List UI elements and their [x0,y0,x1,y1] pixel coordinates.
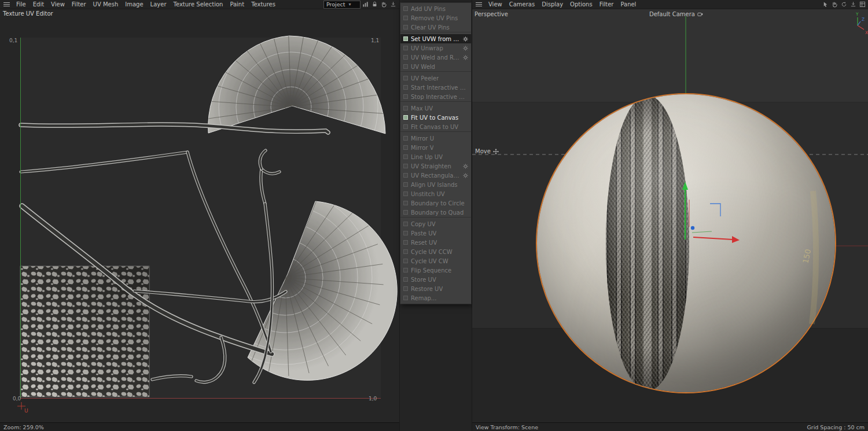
grid-spacing-status: Grid Spacing : 50 cm [807,424,865,430]
menu-item-label: Mirror V [411,145,433,151]
menu-item[interactable]: Clear UV Pins [400,23,471,32]
menu-item[interactable]: UV Peeler [400,73,471,83]
menu-item-label: Line Up UV [411,154,443,160]
menu-item-label: Paste UV [411,230,436,237]
download-icon[interactable] [849,1,857,9]
menu-item[interactable]: Store UV [400,275,471,284]
menu-item-icon [403,222,408,226]
menu-item-icon [403,268,408,272]
menu-item[interactable]: UV Rectangularize [400,171,471,180]
menu-item[interactable]: UV Unwrap [400,43,471,53]
menu-item[interactable]: Add UV Pins [400,4,471,13]
menu-item-label: UV Weld [411,64,435,70]
gear-icon[interactable] [463,46,468,51]
viewport-scene[interactable]: 150 Y Z X [472,9,868,422]
menu-item[interactable]: Cycle UV CCW [400,247,471,256]
menu-item-label: Store UV [411,277,436,283]
menu-item[interactable]: Remap... [400,293,471,303]
menu-item-label: Stop Interactive Mapping [411,94,468,100]
menu-item-icon [403,173,408,178]
menubar-item[interactable]: Panel [617,0,639,9]
view-mode-text: Perspective [475,11,508,17]
uv-commands-column: Add UV Pins Remove UV Pins Clear UV Pins [399,0,472,431]
menu-item-label: Start Interactive Mapping [411,84,468,91]
gear-icon[interactable] [463,173,468,178]
menu-item-icon [403,16,408,20]
menu-item-label: Reset UV [411,240,437,246]
move-icon [493,149,499,154]
viewport-menu-items: ViewCamerasDisplayOptionsFilterPanel [485,0,639,9]
menu-item-label: UV Weld and Relax [411,54,460,61]
menu-item[interactable]: Flip Sequence [400,266,471,275]
cinema4d-window: FileEditViewFilterUV MeshImageLayerTextu… [0,0,868,431]
menu-item-icon [403,145,408,150]
menu-item-label: Remap... [411,295,436,301]
move-tool-text: Move [475,148,491,154]
menu-item-label: Clear UV Pins [411,24,450,31]
rotate-icon[interactable] [840,1,848,9]
menu-item[interactable]: Set UVW from Projection [400,34,471,43]
menubar-item[interactable]: View [485,0,506,9]
menu-item[interactable]: UV Weld [400,62,471,72]
cricket-ball-object[interactable] [537,94,835,392]
menu-item[interactable]: Stop Interactive Mapping [400,92,471,102]
menu-item-label: Set UVW from Projection [411,36,460,42]
menu-item[interactable]: Fit UV to Canvas [400,113,471,122]
menu-item-label: UV Unwrap [411,45,443,51]
gear-icon[interactable] [463,36,468,42]
menu-item[interactable]: Reset UV [400,238,471,247]
menu-item-icon [403,286,408,291]
menu-item[interactable]: Mirror U [400,134,471,143]
menu-item-label: Copy UV [411,221,436,227]
menu-item-label: UV Straighten [411,163,451,170]
camera-label[interactable]: Default Camera [649,11,703,17]
menubar-item[interactable]: Filter [596,0,617,9]
gear-icon[interactable] [463,164,468,169]
menu-item-icon [403,136,408,141]
view-mode-label[interactable]: Perspective [475,11,508,17]
menu-item[interactable]: Align UV Islands [400,180,471,189]
menu-item-icon [403,55,408,60]
menu-item[interactable]: Fit Canvas to UV [400,122,471,132]
menu-item-label: Unstitch UV [411,191,445,197]
uv-zoom-status: Zoom: 259.0% [0,422,399,431]
menu-item[interactable]: Mirror V [400,143,471,152]
menu-item[interactable]: Line Up UV [400,152,471,161]
uv-command-menu: Add UV Pins Remove UV Pins Clear UV Pins [400,2,472,304]
panel-grid-icon[interactable] [858,1,866,9]
menu-item[interactable]: Max UV [400,104,471,113]
menu-item[interactable]: Boundary to Circle [400,198,471,208]
menu-item-icon [403,154,408,159]
move-tool-label: Move [475,148,499,154]
menu-item-label: Remove UV Pins [411,15,458,21]
menu-item[interactable]: Paste UV [400,229,471,238]
menubar-item[interactable]: Options [567,0,596,9]
menu-item-label: Fit UV to Canvas [411,115,458,121]
uv-corner-top-left: 0,1 [9,38,17,43]
menu-item-icon [403,64,408,69]
menu-item-label: Cycle UV CCW [411,249,453,255]
menu-item[interactable]: Restore UV [400,284,471,293]
menu-item[interactable]: Copy UV [400,219,471,229]
menubar-item[interactable]: Cameras [506,0,538,9]
uv-corner-top-right: 1,1 [371,38,379,43]
menu-item[interactable]: Unstitch UV [400,189,471,198]
menu-item-icon [403,94,408,99]
menu-item-label: Max UV [411,105,433,112]
uv-island-square[interactable] [20,266,149,397]
menu-item-label: UV Peeler [411,75,439,82]
menu-item[interactable]: UV Weld and Relax [400,53,471,62]
menu-item[interactable]: Cycle UV CW [400,256,471,266]
uv-canvas[interactable]: U [0,0,399,431]
menu-hamburger-icon[interactable] [476,2,482,6]
menu-item[interactable]: UV Straighten [400,161,471,171]
gear-icon[interactable] [463,55,468,60]
menubar-item[interactable]: Display [538,0,567,9]
menu-item[interactable]: Boundary to Quad [400,208,471,218]
hand-icon[interactable] [830,1,838,9]
ball-seam-stitching [604,95,691,391]
cursor-icon[interactable] [821,1,829,9]
menu-item[interactable]: Remove UV Pins [400,13,471,23]
menu-item[interactable]: Start Interactive Mapping [400,83,471,92]
menu-item-icon [403,76,408,80]
